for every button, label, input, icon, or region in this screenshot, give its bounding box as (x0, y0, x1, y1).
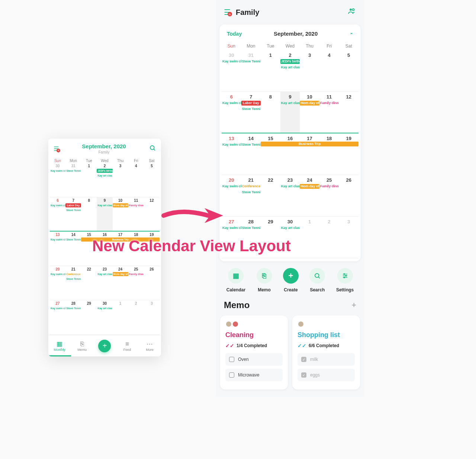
event-chip[interactable]: Kay art clas (280, 184, 300, 189)
calendar-day[interactable]: 30Kay swim cl (222, 50, 241, 91)
calendar-day[interactable]: 16Kay art clas (280, 133, 300, 175)
calendar-day[interactable]: 26 (339, 175, 358, 216)
search-icon[interactable] (149, 145, 156, 153)
memo-card-shopping[interactable]: Shopping list ✓✓6/6 Completed ✓milk ✓egg… (292, 316, 360, 389)
calendar-day[interactable]: 1 (81, 163, 97, 197)
event-chip[interactable]: Family dinn (319, 101, 339, 106)
checkbox-icon[interactable] (229, 357, 234, 362)
event-chip[interactable]: Kay swim cl (50, 169, 65, 173)
month-title[interactable]: September, 2020 (242, 30, 350, 37)
calendar-day[interactable]: 12 (339, 92, 358, 133)
calendar-day[interactable]: 31Steve Tenni (241, 50, 261, 91)
quick-create[interactable]: + Create (283, 268, 299, 292)
calendar-day[interactable]: 10Mom day of (113, 197, 128, 231)
group-icon[interactable] (347, 7, 356, 18)
calendar-day[interactable]: 3 (339, 217, 358, 258)
event-chip[interactable]: Kay swim cl (222, 101, 241, 106)
event-chip[interactable]: Steve Tenni (241, 190, 261, 195)
event-chip[interactable]: Kay art clas (97, 272, 112, 276)
event-chip[interactable]: Kay art clas (280, 226, 300, 230)
calendar-day[interactable]: 9Kay art clas (97, 197, 112, 231)
calendar-day[interactable]: 9Kay art clas (280, 92, 300, 133)
event-chip[interactable]: Mom day of (300, 184, 319, 189)
event-chip[interactable]: Steve Tenni (65, 169, 81, 173)
calendar-day[interactable]: 8 (261, 92, 280, 133)
quick-calendar[interactable]: ▦ Calendar (226, 268, 245, 292)
quick-settings[interactable]: Settings (336, 268, 354, 292)
nav-feed[interactable]: ≡ Feed (116, 340, 139, 352)
calendar-day[interactable]: 3 (113, 163, 128, 197)
calendar-day[interactable]: 2 (319, 217, 339, 258)
quick-memo[interactable]: ⎘ Memo (257, 268, 272, 292)
event-chip[interactable]: Mom day of (113, 272, 128, 276)
memo-item[interactable]: ✓milk (298, 353, 355, 366)
event-chip[interactable]: Kay art clas (97, 174, 112, 178)
calendar-day[interactable]: 30Kay swim cl (50, 163, 65, 197)
calendar-day[interactable]: 30Kay art clas (97, 300, 112, 334)
calendar-day[interactable]: 21ConferenceSteve Tenni (65, 266, 81, 300)
event-chip[interactable]: Labor Day (241, 101, 261, 106)
checkbox-icon[interactable]: ✓ (301, 372, 306, 378)
quick-search[interactable]: Search (309, 268, 325, 292)
event-chip[interactable]: Conference (241, 184, 261, 189)
event-chip[interactable]: Kay swim cl (50, 272, 65, 276)
collapse-icon[interactable]: ⌄⌃ (350, 31, 353, 36)
calendar-day[interactable]: 7Labor DaySteve Tenni (241, 92, 261, 133)
event-chip[interactable]: Family dinn (128, 272, 144, 276)
calendar-day[interactable]: 28Steve Tenni (65, 300, 81, 334)
event-chip[interactable]: Steve Tenni (241, 226, 261, 230)
event-chip[interactable]: Family dinn (128, 203, 144, 207)
calendar-day[interactable]: 18 (319, 133, 339, 175)
event-chip[interactable]: Steve Tenni (65, 208, 81, 212)
calendar-day[interactable]: 15 (261, 133, 280, 175)
calendar-day[interactable]: 2 (128, 300, 144, 334)
nav-monthly[interactable]: ▦ Monthly (48, 340, 71, 352)
memo-item[interactable]: Microwave (225, 369, 283, 381)
event-span[interactable]: Business Trip (261, 142, 358, 146)
calendar-day[interactable]: 11Family dinn (319, 92, 339, 133)
calendar-day[interactable]: 3 (300, 50, 319, 91)
event-chip[interactable]: Family dinn (319, 184, 339, 189)
calendar-day[interactable]: 20Kay swim cl (50, 266, 65, 300)
calendar-day[interactable]: 17 (300, 133, 319, 175)
add-memo-button[interactable]: + (351, 300, 356, 310)
calendar-day[interactable]: 1 (300, 217, 319, 258)
calendar-day[interactable]: 31Steve Tenni (65, 163, 81, 197)
nav-more[interactable]: ⋯ More (138, 340, 161, 352)
calendar-day[interactable]: 5 (339, 50, 358, 91)
event-chip[interactable]: Kay swim cl (50, 203, 65, 207)
calendar-day[interactable]: 13Kay swim cl (222, 133, 241, 175)
nav-memo[interactable]: ⎘ Memo (71, 340, 94, 352)
memo-card-cleaning[interactable]: Cleaning ✓✓1/4 Completed Oven Microwave (220, 316, 288, 389)
calendar-day[interactable]: 21ConferenceSteve Tenni (241, 175, 261, 216)
calendar-day[interactable]: 19 (339, 133, 358, 175)
calendar-day[interactable]: 24Mom day of (300, 175, 319, 216)
event-chip[interactable]: Mom day of (300, 101, 319, 106)
checkbox-icon[interactable]: ✓ (301, 357, 306, 362)
calendar-day[interactable]: 1 (261, 50, 280, 91)
calendar-day[interactable]: 2JEDI's birthdKay art clas (97, 163, 112, 197)
today-button[interactable]: Today (227, 31, 242, 37)
event-chip[interactable]: Steve Tenni (65, 237, 81, 242)
memo-item[interactable]: Oven (225, 353, 283, 366)
calendar-day[interactable]: 26 (144, 266, 160, 300)
event-chip[interactable]: Kay swim cl (222, 59, 241, 64)
calendar-name[interactable]: Family (236, 8, 342, 17)
calendar-day[interactable]: 22 (81, 266, 97, 300)
event-chip[interactable]: Kay art clas (97, 306, 112, 310)
event-chip[interactable]: Kay art clas (280, 65, 300, 70)
calendar-day[interactable]: 23Kay art clas (97, 266, 112, 300)
calendar-day[interactable]: 4 (319, 50, 339, 91)
event-chip[interactable]: Steve Tenni (65, 277, 81, 281)
calendar-day[interactable]: 12 (144, 197, 160, 231)
event-chip[interactable]: JEDI's birthd (97, 169, 112, 173)
event-chip[interactable]: Kay swim cl (50, 237, 65, 242)
calendar-day[interactable]: 25Family dinn (128, 266, 144, 300)
calendar-day[interactable]: 14Steve Tenni (241, 133, 261, 175)
calendar-day[interactable]: 3 (144, 300, 160, 334)
calendar-day[interactable]: 8 (81, 197, 97, 231)
calendar-day[interactable]: 24Mom day of (113, 266, 128, 300)
event-chip[interactable]: Steve Tenni (241, 107, 261, 111)
calendar-day[interactable]: 13Kay swim cl (50, 232, 65, 266)
calendar-grid[interactable]: 30Kay swim cl31Steve Tenni12JEDI's birth… (219, 50, 361, 258)
